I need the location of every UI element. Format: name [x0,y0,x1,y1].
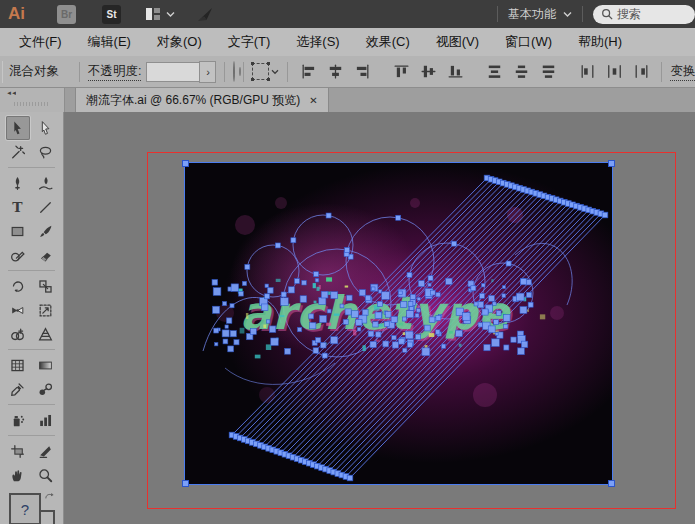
tool-eyedropper[interactable] [6,377,30,401]
tool-group-divider [8,270,55,271]
bounding-box-icon [252,63,269,80]
svg-text:T: T [12,199,23,215]
dist-right-button[interactable] [629,61,653,83]
tool-column-graph[interactable] [34,408,58,432]
tool-paintbrush[interactable] [34,219,58,243]
tool-curvature[interactable] [34,171,58,195]
dist-bottom-button[interactable] [536,61,560,83]
tool-lasso[interactable] [34,140,58,164]
tool-width[interactable] [6,298,30,322]
tool-symbol-sprayer[interactable] [6,408,30,432]
menu-item-2[interactable]: 对象(O) [144,28,215,56]
tool-magic-wand[interactable] [6,140,30,164]
menu-item-8[interactable]: 帮助(H) [565,28,635,56]
opacity-link[interactable]: 不透明度: [88,63,141,81]
tool-perspective-grid[interactable] [34,322,58,346]
tool-pen[interactable] [6,171,30,195]
tool-mesh[interactable] [6,353,30,377]
tool-artboard[interactable] [6,439,30,463]
direct-selection-icon [37,120,54,137]
shape-builder-icon [9,326,26,343]
document-tab[interactable]: 潮流字体.ai @ 66.67% (RGB/GPU 预览) ✕ [75,88,329,112]
align-left-button[interactable] [296,61,320,83]
collapse-dock-button[interactable]: ◄◄ [6,89,16,96]
align-center-h-button[interactable] [323,61,347,83]
tool-free-transform[interactable] [34,298,58,322]
tool-rectangle[interactable] [6,219,30,243]
divider [287,62,288,82]
align-center-v-button[interactable] [416,61,440,83]
dist-center-v-button[interactable] [509,61,533,83]
tool-shape-builder[interactable] [6,322,30,346]
rocket-icon[interactable] [197,7,214,22]
recolor-artwork-icon[interactable] [233,61,235,82]
dist-center-h-button[interactable] [602,61,626,83]
transform-link[interactable]: 变换 [670,63,695,81]
rectangle-icon [9,223,26,240]
chevron-down-icon [271,69,279,75]
divider [243,62,244,82]
align-bottom-icon [447,63,464,80]
search-input[interactable]: 搜索 [593,5,695,24]
menu-item-5[interactable]: 效果(C) [353,28,423,56]
stock-badge[interactable]: St [102,5,121,24]
arrange-documents-button[interactable] [145,7,175,21]
tool-hand[interactable] [6,463,30,487]
divider [79,62,80,82]
dist-right-icon [633,63,650,80]
close-tab-icon[interactable]: ✕ [309,95,317,106]
tool-selection[interactable] [6,116,30,140]
artboard[interactable]: archetypearchetype [185,163,612,484]
type-icon: T [9,199,26,216]
tool-type[interactable]: T [6,195,30,219]
curvature-icon [37,175,54,192]
tool-zoom[interactable] [34,463,58,487]
align-to-selection-button[interactable] [252,63,279,80]
selection-anchor[interactable] [608,480,615,487]
selection-anchor[interactable] [182,480,189,487]
dock-grip[interactable] [14,102,50,106]
selection-anchor[interactable] [182,160,189,167]
align-right-button[interactable] [350,61,374,83]
dist-left-button[interactable] [575,61,599,83]
panel-grip[interactable] [2,61,3,83]
divider [582,6,583,22]
tool-blend[interactable] [34,377,58,401]
dist-top-icon [486,63,503,80]
opacity-input[interactable] [146,62,199,82]
workspace-switcher[interactable]: 基本功能 [508,6,572,23]
selection-anchor[interactable] [608,160,615,167]
bridge-badge[interactable]: Br [57,5,76,24]
tool-scale[interactable] [34,274,58,298]
zoom-icon [37,467,54,484]
menu-item-3[interactable]: 文字(T) [215,28,284,56]
mesh-icon [9,357,26,374]
canvas[interactable]: archetypearchetype [64,112,695,524]
fill-swatch[interactable]: ? [9,493,41,524]
fill-stroke-indicator: ? ? [0,489,63,524]
tool-line-segment[interactable] [34,195,58,219]
swap-fill-stroke-icon[interactable] [44,492,55,502]
tab-strip: ◄◄ 潮流字体.ai @ 66.67% (RGB/GPU 预览) ✕ [0,88,695,112]
column-graph-icon [37,412,54,429]
tool-slice[interactable] [34,439,58,463]
eyedropper-icon [9,381,26,398]
align-center-h-icon [327,63,344,80]
align-top-button[interactable] [389,61,413,83]
tool-rotate[interactable] [6,274,30,298]
menu-item-1[interactable]: 编辑(E) [75,28,144,56]
divider [224,62,225,82]
dist-top-button[interactable] [482,61,506,83]
menu-item-4[interactable]: 选择(S) [283,28,352,56]
tool-direct-selection[interactable] [34,116,58,140]
tool-gradient[interactable] [34,353,58,377]
opacity-expand-button[interactable]: › [199,61,216,83]
context-label: 混合对象 [9,63,59,80]
menu-item-6[interactable]: 视图(V) [423,28,492,56]
tool-shaper[interactable] [6,243,30,267]
menu-item-0[interactable]: 文件(F) [6,28,75,56]
chevron-down-icon [563,11,572,18]
menu-item-7[interactable]: 窗口(W) [492,28,565,56]
align-bottom-button[interactable] [443,61,467,83]
tool-eraser[interactable] [34,243,58,267]
